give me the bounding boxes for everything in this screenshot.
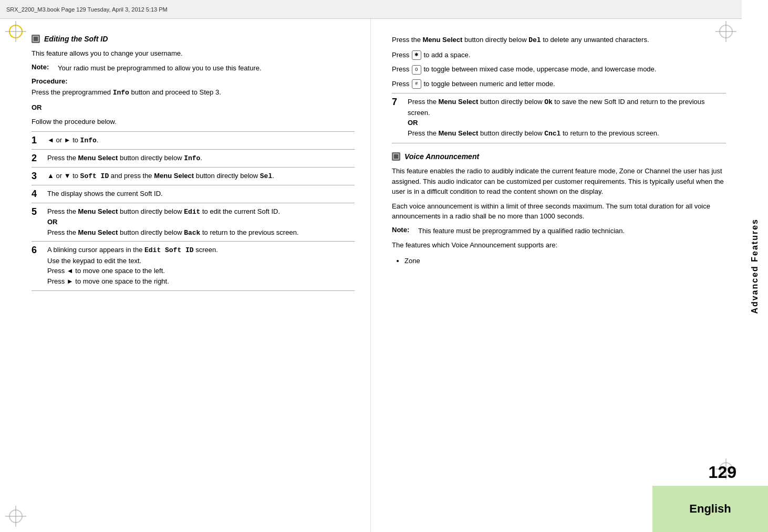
step-content-4: The display shows the current Soft ID. bbox=[47, 185, 355, 203]
step-content-3: ▲ or ▼ to Soft ID and press the Menu Sel… bbox=[47, 167, 355, 185]
main-content: Editing the Soft ID This feature allows … bbox=[0, 19, 742, 532]
step-content-1: ◄ or ► to Info. bbox=[47, 131, 355, 149]
step-content-5: Press the Menu Select button directly be… bbox=[47, 203, 355, 242]
steps-table: 1 ◄ or ► to Info. 2 Press the Menu Selec… bbox=[32, 131, 355, 290]
star-icon: ✱ bbox=[412, 50, 421, 60]
procedure-label: Procedure: bbox=[32, 77, 355, 85]
right-sidebar: Advanced Features bbox=[742, 0, 768, 532]
step-num-5: 5 bbox=[32, 203, 47, 242]
step-row-6: 6 A blinking cursor appears in the Edit … bbox=[32, 242, 355, 290]
step-num-6: 6 bbox=[32, 242, 47, 290]
section-title-voice: Voice Announcement bbox=[404, 152, 479, 161]
step-num-3: 3 bbox=[32, 167, 47, 185]
voice-para2: Each voice announcement is within a limi… bbox=[392, 201, 726, 222]
step-row-5: 5 Press the Menu Select button directly … bbox=[32, 203, 355, 242]
step-num-4: 4 bbox=[32, 185, 47, 203]
section-heading-editing: Editing the Soft ID bbox=[32, 35, 355, 43]
header-text: SRX_2200_M3.book Page 129 Tuesday, April… bbox=[6, 6, 168, 13]
step7-divider bbox=[392, 143, 726, 143]
sidebar-title: Advanced Features bbox=[750, 218, 760, 314]
cont-text-3: Press 0 to toggle between mixed case mod… bbox=[392, 64, 726, 75]
intro-text: This feature allows you to change your u… bbox=[32, 48, 355, 59]
step-num-7: 7 bbox=[392, 93, 408, 142]
or-text-1: OR bbox=[32, 102, 355, 113]
cont-text-1: Press the Menu Select button directly be… bbox=[392, 35, 726, 46]
voice-note-block: Note: This feature must be preprogrammed… bbox=[392, 226, 726, 236]
follow-text: Follow the procedure below. bbox=[32, 117, 355, 127]
note-content: Your radio must be preprogrammed to allo… bbox=[58, 63, 262, 74]
step-num-2: 2 bbox=[32, 149, 47, 167]
svg-rect-14 bbox=[393, 153, 399, 160]
step7-table: 7 Press the Menu Select button directly … bbox=[392, 93, 726, 142]
hash-icon: # bbox=[412, 79, 421, 89]
zero-icon: 0 bbox=[412, 65, 421, 75]
step-row-1: 1 ◄ or ► to Info. bbox=[32, 131, 355, 149]
header-bar: SRX_2200_M3.book Page 129 Tuesday, April… bbox=[0, 0, 768, 19]
step-row-7: 7 Press the Menu Select button directly … bbox=[392, 93, 726, 142]
step-content-7: Press the Menu Select button directly be… bbox=[408, 93, 726, 142]
step-content-6: A blinking cursor appears in the Edit So… bbox=[47, 242, 355, 290]
note-label: Note: bbox=[32, 63, 53, 74]
left-column: Editing the Soft ID This feature allows … bbox=[0, 19, 371, 532]
note-block: Note: Your radio must be preprogrammed t… bbox=[32, 63, 355, 74]
voice-note-content: This feature must be preprogrammed by a … bbox=[418, 226, 625, 236]
step-content-2: Press the Menu Select button directly be… bbox=[47, 149, 355, 167]
bullet-list: Zone bbox=[392, 255, 726, 267]
voice-note-label: Note: bbox=[392, 226, 413, 236]
voice-intro: This feature enables the radio to audibl… bbox=[392, 166, 726, 197]
step-row-2: 2 Press the Menu Select button directly … bbox=[32, 149, 355, 167]
procedure-intro: Press the preprogrammed Info button and … bbox=[32, 87, 355, 98]
bullet-item-zone: Zone bbox=[404, 255, 726, 267]
section-icon-voice bbox=[392, 152, 400, 161]
step-num-1: 1 bbox=[32, 131, 47, 149]
cont-text-2: Press ✱ to add a space. bbox=[392, 50, 726, 60]
section-title-editing: Editing the Soft ID bbox=[44, 35, 108, 43]
step-row-3: 3 ▲ or ▼ to Soft ID and press the Menu S… bbox=[32, 167, 355, 185]
section-icon bbox=[32, 35, 40, 43]
bottom-divider bbox=[32, 290, 355, 291]
features-intro: The features which Voice Announcement su… bbox=[392, 240, 726, 251]
section-heading-voice: Voice Announcement bbox=[392, 152, 726, 161]
svg-rect-12 bbox=[33, 36, 39, 42]
right-column: Press the Menu Select button directly be… bbox=[371, 19, 742, 532]
step-row-4: 4 The display shows the current Soft ID. bbox=[32, 185, 355, 203]
cont-text-4: Press # to toggle between numeric and le… bbox=[392, 79, 726, 89]
